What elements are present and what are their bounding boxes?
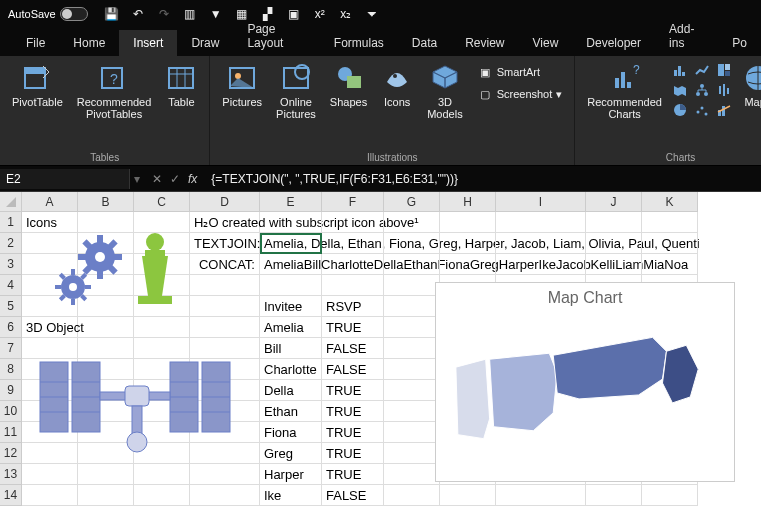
cell-B14[interactable] (78, 485, 134, 506)
cell-D14[interactable] (190, 485, 260, 506)
scatter-chart-icon[interactable] (694, 102, 710, 118)
row-header-11[interactable]: 11 (0, 422, 22, 443)
tab-formulas[interactable]: Formulas (320, 30, 398, 56)
row-header-7[interactable]: 7 (0, 338, 22, 359)
cell-K2[interactable] (642, 233, 698, 254)
icons-button[interactable]: Icons (377, 60, 417, 110)
cell-H3[interactable] (440, 254, 496, 275)
combo-chart-icon[interactable] (716, 102, 732, 118)
save-icon[interactable]: 💾 (104, 6, 120, 22)
space-station-drawing[interactable] (30, 342, 240, 475)
worksheet-grid[interactable]: ABCDEFGHIJK 1234567891011121314 IconsH₂O… (0, 192, 761, 507)
cell-D1[interactable]: H₂O created with subscript icon above¹ (190, 212, 260, 233)
online-pictures-button[interactable]: Online Pictures (272, 60, 320, 122)
cell-F5[interactable]: RSVP (322, 296, 384, 317)
tab-power[interactable]: Po (718, 30, 761, 56)
cell-E12[interactable]: Greg (260, 443, 322, 464)
cell-G7[interactable] (384, 338, 440, 359)
cell-I2[interactable] (496, 233, 586, 254)
cell-D6[interactable] (190, 317, 260, 338)
cell-J3[interactable] (586, 254, 642, 275)
cell-E7[interactable]: Bill (260, 338, 322, 359)
cell-F13[interactable]: TRUE (322, 464, 384, 485)
cell-H1[interactable] (440, 212, 496, 233)
tab-data[interactable]: Data (398, 30, 451, 56)
cell-G1[interactable] (384, 212, 440, 233)
cancel-icon[interactable]: ✕ (152, 172, 162, 186)
tab-view[interactable]: View (519, 30, 573, 56)
cell-E11[interactable]: Fiona (260, 422, 322, 443)
cell-E3[interactable]: AmeliaBillCharlotteDellaEthanFionaGregHa… (260, 254, 322, 275)
map-chart-icon[interactable] (672, 82, 688, 98)
table-button[interactable]: Table (161, 60, 201, 110)
customize-icon[interactable]: ⏷ (364, 6, 380, 22)
stock-chart-icon[interactable] (716, 82, 732, 98)
row-header-12[interactable]: 12 (0, 443, 22, 464)
formula-input[interactable]: {=TEXTJOIN(", ",TRUE,IF(F6:F31,E6:E31,""… (205, 169, 761, 189)
cell-E2[interactable]: Amelia, Della, Ethan, Fiona, Greg, Harpe… (260, 233, 322, 254)
column-header-H[interactable]: H (440, 192, 496, 212)
cell-A6[interactable]: 3D Object (22, 317, 78, 338)
cell-G9[interactable] (384, 380, 440, 401)
row-header-14[interactable]: 14 (0, 485, 22, 506)
shapes-button[interactable]: Shapes (326, 60, 371, 110)
column-header-I[interactable]: I (496, 192, 586, 212)
person-podium-drawing[interactable] (130, 230, 180, 313)
row-header-8[interactable]: 8 (0, 359, 22, 380)
cell-F2[interactable] (322, 233, 384, 254)
cell-F8[interactable]: FALSE (322, 359, 384, 380)
cell-E4[interactable] (260, 275, 322, 296)
cell-G10[interactable] (384, 401, 440, 422)
fx-icon[interactable]: fx (188, 172, 197, 186)
cell-J14[interactable] (586, 485, 642, 506)
tab-draw[interactable]: Draw (177, 30, 233, 56)
filter-icon[interactable]: ▼ (208, 6, 224, 22)
cell-K1[interactable] (642, 212, 698, 233)
column-header-F[interactable]: F (322, 192, 384, 212)
row-header-4[interactable]: 4 (0, 275, 22, 296)
cell-F6[interactable]: TRUE (322, 317, 384, 338)
recommended-charts-button[interactable]: ? Recommended Charts (583, 60, 666, 122)
cell-C14[interactable] (134, 485, 190, 506)
cell-G13[interactable] (384, 464, 440, 485)
cell-A1[interactable]: Icons (22, 212, 78, 233)
cell-G14[interactable] (384, 485, 440, 506)
redo-icon[interactable]: ↷ (156, 6, 172, 22)
column-header-A[interactable]: A (22, 192, 78, 212)
cell-K14[interactable] (642, 485, 698, 506)
cell-H14[interactable] (440, 485, 496, 506)
cell-B6[interactable] (78, 317, 134, 338)
cell-D3[interactable]: CONCAT: (190, 254, 260, 275)
tab-pagelayout[interactable]: Page Layout (233, 16, 319, 56)
maps-button[interactable]: Maps (738, 60, 761, 110)
namebox-dropdown-icon[interactable]: ▾ (130, 172, 144, 186)
undo-icon[interactable]: ↶ (130, 6, 146, 22)
smartart-button[interactable]: ▣ SmartArt (473, 62, 567, 82)
cell-F11[interactable]: TRUE (322, 422, 384, 443)
name-box[interactable]: E2 (0, 169, 130, 189)
cell-F10[interactable]: TRUE (322, 401, 384, 422)
cell-G11[interactable] (384, 422, 440, 443)
map-chart[interactable]: Map Chart (435, 282, 735, 482)
row-header-6[interactable]: 6 (0, 317, 22, 338)
cell-F7[interactable]: FALSE (322, 338, 384, 359)
cell-D5[interactable] (190, 296, 260, 317)
gears-drawing[interactable] (55, 232, 135, 315)
cell-E10[interactable]: Ethan (260, 401, 322, 422)
cell-I1[interactable] (496, 212, 586, 233)
pictures-button[interactable]: Pictures (218, 60, 266, 110)
cell-E5[interactable]: Invitee (260, 296, 322, 317)
cell-F1[interactable] (322, 212, 384, 233)
enter-icon[interactable]: ✓ (170, 172, 180, 186)
line-chart-icon[interactable] (694, 62, 710, 78)
column-headers[interactable]: ABCDEFGHIJK (22, 192, 698, 212)
cell-J1[interactable] (586, 212, 642, 233)
cell-F14[interactable]: FALSE (322, 485, 384, 506)
subscript-icon[interactable]: x₂ (338, 6, 354, 22)
cell-E9[interactable]: Della (260, 380, 322, 401)
row-header-5[interactable]: 5 (0, 296, 22, 317)
cell-E6[interactable]: Amelia (260, 317, 322, 338)
cell-G2[interactable] (384, 233, 440, 254)
row-header-10[interactable]: 10 (0, 401, 22, 422)
screenshot-button[interactable]: ▢ Screenshot ▾ (473, 84, 567, 104)
